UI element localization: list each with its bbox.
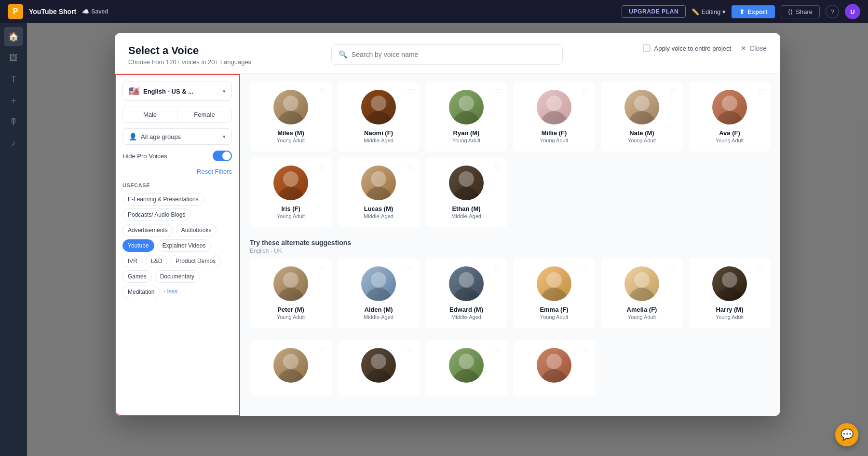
tag-audiobooks[interactable]: Audiobooks [176, 224, 217, 236]
heart-icon-lucas[interactable]: ♡ [407, 164, 413, 171]
svg-point-18 [277, 288, 304, 301]
sidebar-item-add[interactable]: ＋ [4, 91, 23, 110]
voice-name-ryan: Ryan (M) [453, 129, 480, 137]
modal-body: 🇺🇸 English - US & ... ▾ Male Female 👤 Al… [115, 74, 780, 416]
tag-product[interactable]: Product Demos [170, 255, 221, 267]
age-selector[interactable]: 👤 All age groups ▾ [122, 128, 232, 145]
tag-elearning[interactable]: E-Learning & Presentations [122, 193, 204, 206]
share-button[interactable]: ⟨⟩ Share [781, 5, 820, 18]
primary-voice-grid: ♡ Miles (M) Young Adult ♡ Naomi (F) Midd… [250, 82, 771, 227]
voice-card-emma[interactable]: ♡ Emma (F) Young Adult [513, 258, 595, 328]
tag-ads[interactable]: Advertisements [122, 224, 173, 236]
select-voice-modal: Select a Voice Choose from 120+ voices i… [115, 33, 780, 416]
heart-icon-aiden[interactable]: ♡ [407, 264, 413, 272]
heart-icon-p4[interactable]: ♡ [583, 346, 589, 354]
tag-youtube[interactable]: Youtube [122, 239, 154, 252]
search-input[interactable] [352, 51, 556, 58]
heart-icon-amelia[interactable]: ♡ [670, 264, 677, 272]
sidebar-item-home[interactable]: 🏠 [4, 27, 23, 46]
heart-icon-miles[interactable]: ♡ [319, 88, 326, 96]
heart-icon-ava[interactable]: ♡ [758, 88, 764, 96]
heart-icon-p3[interactable]: ♡ [495, 346, 501, 354]
suggestions-subtitle: English - UK [250, 248, 771, 254]
voice-card-edward[interactable]: ♡ Edward (M) Middle-Aged [425, 258, 507, 328]
upload-icon: ⬆ [739, 8, 745, 15]
sidebar-item-text[interactable]: T [4, 69, 23, 89]
tag-podcasts[interactable]: Podcasts/ Audio Blogs [122, 208, 190, 221]
tag-ivr[interactable]: IVR [122, 255, 143, 267]
voice-card-peter[interactable]: ♡ Peter (M) Young Adult [250, 258, 332, 328]
voice-card-millie[interactable]: ♡ Millie (F) Young Adult [513, 82, 595, 152]
tag-ld[interactable]: L&D [146, 255, 167, 267]
heart-icon-edward[interactable]: ♡ [495, 264, 501, 272]
help-button[interactable]: ? [826, 5, 839, 18]
voice-card-amelia[interactable]: ♡ Amelia (F) Young Adult [601, 258, 683, 328]
svg-point-24 [541, 288, 568, 301]
tag-documentary[interactable]: Documentary [155, 270, 200, 283]
heart-icon-nate[interactable]: ♡ [670, 88, 677, 96]
reset-filters-link[interactable]: Reset Filters [197, 168, 232, 175]
female-gender-button[interactable]: Female [177, 107, 231, 122]
svg-point-1 [283, 96, 298, 111]
hide-pro-label: Hide Pro Voices [122, 152, 167, 160]
language-selector[interactable]: 🇺🇸 English - US & ... ▾ [122, 82, 232, 101]
voice-card-nate[interactable]: ♡ Nate (M) Young Adult [601, 82, 683, 152]
search-block: 🔍 [251, 44, 642, 65]
voice-card-naomi[interactable]: ♡ Naomi (F) Middle-Aged [338, 82, 420, 152]
sidebar-item-music[interactable]: ♪ [4, 133, 23, 152]
pencil-icon: ✏️ [692, 8, 699, 15]
svg-point-26 [628, 288, 655, 301]
voice-card-p4[interactable]: ♡ [513, 340, 595, 397]
heart-icon-harry[interactable]: ♡ [758, 264, 764, 272]
voice-card-aiden[interactable]: ♡ Aiden (M) Middle-Aged [338, 258, 420, 328]
close-button[interactable]: ✕ Close [741, 44, 767, 52]
user-avatar[interactable]: U [845, 4, 860, 19]
app-bar-right: UPGRADE PLAN ✏️ Editing ▾ ⬆ Export ⟨⟩ Sh… [622, 4, 860, 19]
sidebar-item-media[interactable]: 🖼 [4, 48, 23, 68]
heart-icon-naomi[interactable]: ♡ [407, 88, 413, 96]
sidebar-item-voice[interactable]: 🎙 [4, 112, 23, 131]
heart-icon-peter[interactable]: ♡ [319, 264, 326, 272]
partial-voice-grid: ♡ ♡ ♡ ♡ [250, 340, 771, 397]
voice-card-ava[interactable]: ♡ Ava (F) Young Adult [689, 82, 771, 152]
suggestions-header: Try these alternate suggestions English … [250, 239, 771, 254]
voice-card-miles[interactable]: ♡ Miles (M) Young Adult [250, 82, 332, 152]
svg-point-17 [459, 171, 474, 187]
heart-icon-ryan[interactable]: ♡ [495, 88, 501, 96]
voice-card-p2[interactable]: ♡ [338, 340, 420, 397]
hide-pro-row: Hide Pro Voices [122, 151, 232, 161]
upgrade-button[interactable]: UPGRADE PLAN [622, 5, 686, 18]
hide-pro-toggle[interactable] [213, 151, 232, 161]
less-link[interactable]: - less [163, 286, 178, 298]
share-label: Share [796, 8, 813, 15]
editing-button[interactable]: ✏️ Editing ▾ [692, 8, 726, 15]
voice-card-harry[interactable]: ♡ Harry (M) Young Adult [689, 258, 771, 328]
voice-card-ryan[interactable]: ♡ Ryan (M) Young Adult [425, 82, 507, 152]
tag-games[interactable]: Games [122, 270, 152, 283]
voice-age-aiden: Middle-Aged [364, 314, 393, 320]
app-bar: P YouTube Short ☁️ Saved UPGRADE PLAN ✏️… [0, 0, 868, 23]
voice-avatar-harry [712, 266, 747, 301]
cloud-icon: ☁️ [82, 8, 89, 15]
voice-card-p3[interactable]: ♡ [425, 340, 507, 397]
heart-icon-emma[interactable]: ♡ [583, 264, 589, 272]
svg-point-28 [716, 288, 743, 301]
heart-icon-iris[interactable]: ♡ [319, 164, 326, 171]
apply-voice-checkbox[interactable] [643, 44, 651, 52]
heart-icon-p2[interactable]: ♡ [407, 346, 413, 354]
heart-icon-ethan[interactable]: ♡ [495, 164, 501, 171]
tag-explainer[interactable]: Explainer Videos [157, 239, 211, 252]
voice-avatar-nate [624, 90, 659, 124]
male-gender-button[interactable]: Male [123, 107, 177, 122]
voice-name-millie: Millie (F) [542, 129, 567, 137]
voice-card-iris[interactable]: ♡ Iris (F) Young Adult [250, 157, 332, 227]
voice-card-lucas[interactable]: ♡ Lucas (M) Middle-Aged [338, 157, 420, 227]
svg-point-19 [283, 272, 298, 288]
voice-card-ethan[interactable]: ♡ Ethan (M) Middle-Aged [425, 157, 507, 227]
chat-widget[interactable]: 💬 [835, 423, 858, 446]
heart-icon-p1[interactable]: ♡ [319, 346, 326, 354]
tag-meditation[interactable]: Meditation [122, 286, 160, 298]
voice-card-p1[interactable]: ♡ [250, 340, 332, 397]
heart-icon-millie[interactable]: ♡ [583, 88, 589, 96]
export-button[interactable]: ⬆ Export [732, 5, 775, 18]
